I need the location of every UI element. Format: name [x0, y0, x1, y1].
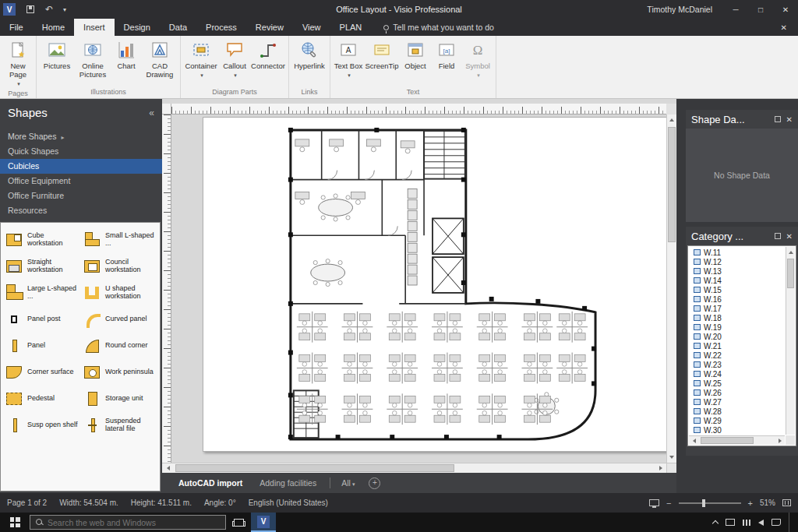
- start-button[interactable]: [0, 513, 30, 532]
- qat-customize-icon[interactable]: ▾: [59, 2, 70, 17]
- category-tree-item[interactable]: W.11: [690, 248, 785, 257]
- chart-button[interactable]: Chart: [111, 37, 142, 85]
- close-icon[interactable]: ✕: [770, 19, 798, 36]
- shape-gallery-item[interactable]: Storage unit: [80, 386, 158, 412]
- vertical-ruler[interactable]: [162, 115, 171, 463]
- category-tree-item[interactable]: W.19: [690, 322, 785, 332]
- fit-page-icon[interactable]: [782, 499, 791, 506]
- scroll-up-icon[interactable]: [786, 247, 795, 258]
- undo-button[interactable]: ↶: [41, 2, 58, 17]
- add-page-button[interactable]: +: [369, 477, 380, 489]
- close-button[interactable]: ✕: [773, 0, 798, 19]
- ribbon-tab[interactable]: View: [293, 19, 330, 36]
- category-horizontal-scrollbar[interactable]: [689, 435, 785, 445]
- shape-gallery-item[interactable]: Panel post: [2, 306, 80, 333]
- callout-button[interactable]: Callout: [219, 37, 250, 85]
- category-tree-item[interactable]: W.30: [690, 425, 785, 435]
- stencil-item[interactable]: Office Equipment: [0, 174, 162, 188]
- close-panel-icon[interactable]: ✕: [786, 115, 793, 124]
- scroll-right-icon[interactable]: [655, 463, 666, 473]
- shape-gallery-item[interactable]: Work peninsula: [80, 359, 158, 386]
- zoom-in-button[interactable]: +: [748, 499, 753, 508]
- category-tree-item[interactable]: W.20: [690, 332, 785, 341]
- float-panel-icon[interactable]: [775, 233, 781, 239]
- new-page-button[interactable]: New Page: [2, 37, 34, 88]
- screentip-button[interactable]: ScreenTip: [364, 37, 400, 85]
- ribbon-tab[interactable]: Data: [160, 19, 196, 36]
- field-button[interactable]: [a] Field: [431, 37, 462, 85]
- visio-app-icon[interactable]: V: [3, 3, 16, 16]
- vertical-scrollbar-thumb[interactable]: [787, 259, 794, 288]
- vertical-scrollbar-thumb[interactable]: [668, 127, 676, 242]
- canvas-viewport[interactable]: [171, 115, 666, 463]
- zoom-slider[interactable]: [679, 502, 741, 504]
- category-tree-item[interactable]: W.25: [690, 379, 785, 388]
- show-desktop-button[interactable]: [789, 513, 792, 532]
- scroll-right-icon[interactable]: [775, 436, 785, 445]
- close-panel-icon[interactable]: ✕: [786, 232, 793, 241]
- taskbar-search[interactable]: [30, 515, 226, 530]
- shape-gallery-item[interactable]: Suspended lateral file: [80, 412, 158, 439]
- collapse-panel-icon[interactable]: «: [149, 107, 154, 118]
- category-tree-item[interactable]: W.14: [690, 276, 785, 285]
- page-tab[interactable]: AutoCAD import: [170, 473, 251, 493]
- object-button[interactable]: Object: [400, 37, 431, 85]
- scroll-up-icon[interactable]: [667, 115, 676, 125]
- category-tree-item[interactable]: W.17: [690, 304, 785, 313]
- task-view-button[interactable]: [226, 513, 251, 532]
- ribbon-tab[interactable]: Design: [115, 19, 160, 36]
- minimize-button[interactable]: ─: [723, 0, 748, 19]
- connector-button[interactable]: Connector: [250, 37, 286, 85]
- tray-expand-icon[interactable]: [712, 520, 719, 527]
- floor-plan-drawing[interactable]: [203, 118, 666, 451]
- ribbon-tab[interactable]: File: [0, 19, 33, 36]
- stencil-item[interactable]: Quick Shapes: [0, 144, 162, 159]
- shape-gallery-item[interactable]: Susp open shelf: [2, 412, 80, 439]
- category-tree-item[interactable]: W.29: [690, 416, 785, 425]
- shape-gallery-item[interactable]: Round corner: [80, 333, 158, 359]
- category-tree-item[interactable]: W.18: [690, 313, 785, 322]
- container-button[interactable]: Container: [183, 37, 219, 85]
- scroll-down-icon[interactable]: [667, 452, 676, 463]
- canvas-horizontal-scrollbar[interactable]: [162, 463, 676, 473]
- network-icon[interactable]: [743, 520, 750, 526]
- zoom-percent[interactable]: 51%: [760, 499, 775, 507]
- tablet-mode-icon[interactable]: [726, 519, 735, 526]
- shape-gallery-item[interactable]: Large L-shaped ...: [2, 280, 80, 306]
- ribbon-tab[interactable]: Home: [33, 19, 74, 36]
- shape-gallery-item[interactable]: U shaped workstation: [80, 280, 158, 306]
- category-panel-tab[interactable]: [690, 449, 703, 453]
- category-tree-item[interactable]: W.24: [690, 369, 785, 379]
- online-pictures-button[interactable]: Online Pictures: [75, 37, 111, 85]
- cad-drawing-button[interactable]: CAD Drawing: [142, 37, 178, 85]
- shape-gallery-item[interactable]: Cube workstation: [2, 227, 80, 253]
- hyperlink-button[interactable]: Hyperlink: [291, 37, 327, 85]
- presentation-mode-icon[interactable]: [649, 499, 659, 506]
- symbol-button[interactable]: Ω Symbol: [462, 37, 493, 85]
- status-item[interactable]: Page 1 of 2: [7, 499, 47, 507]
- category-tree-item[interactable]: W.28: [690, 407, 785, 416]
- horizontal-scrollbar-thumb[interactable]: [701, 437, 754, 444]
- stencil-item[interactable]: Resources: [0, 203, 162, 218]
- category-tree-item[interactable]: W.21: [690, 341, 785, 351]
- page-tab[interactable]: Adding facilities: [251, 473, 325, 493]
- ribbon-tab[interactable]: Review: [246, 19, 293, 36]
- float-panel-icon[interactable]: [775, 116, 781, 122]
- ribbon-tab[interactable]: Insert: [74, 19, 115, 36]
- shape-gallery-item[interactable]: Panel: [2, 333, 80, 359]
- stencil-item[interactable]: Office Furniture: [0, 188, 162, 203]
- ribbon-tab[interactable]: PLAN: [330, 19, 372, 36]
- horizontal-scrollbar-thumb[interactable]: [175, 464, 454, 472]
- scroll-left-icon[interactable]: [689, 436, 699, 445]
- category-panel-tab[interactable]: [704, 449, 717, 453]
- zoom-slider-thumb[interactable]: [702, 499, 705, 507]
- page-filter-dropdown[interactable]: All: [335, 478, 361, 488]
- category-tree-item[interactable]: W.22: [690, 351, 785, 360]
- account-name[interactable]: Timothy McDaniel: [647, 5, 712, 14]
- volume-icon[interactable]: [758, 520, 764, 526]
- category-tree-item[interactable]: W.27: [690, 397, 785, 407]
- zoom-out-button[interactable]: −: [666, 499, 671, 508]
- shape-gallery-item[interactable]: Small L-shaped ...: [80, 227, 158, 253]
- tell-me-box[interactable]: Tell me what you want to do: [383, 19, 494, 36]
- horizontal-ruler[interactable]: [171, 104, 666, 115]
